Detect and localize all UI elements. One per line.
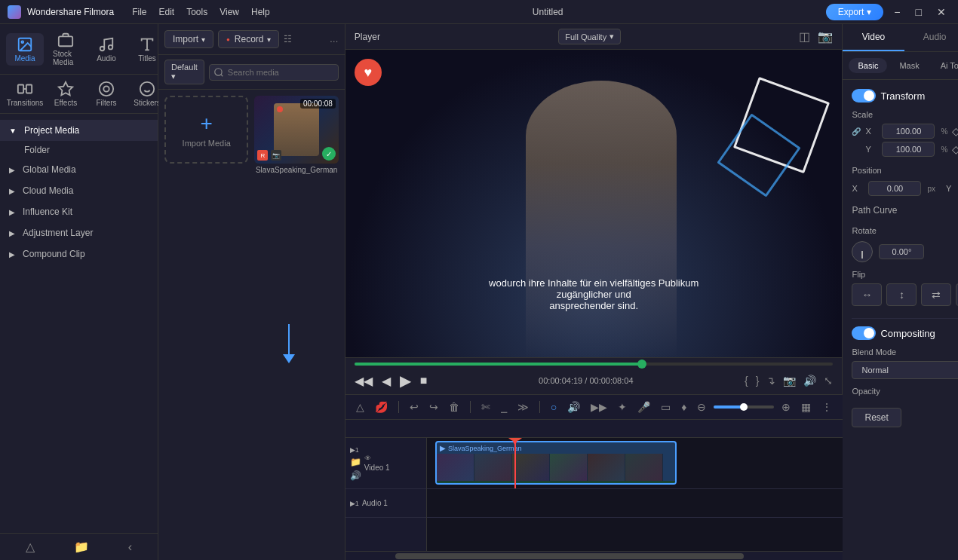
- rotate-input[interactable]: [879, 244, 924, 259]
- menu-help[interactable]: Help: [251, 7, 270, 17]
- tl-plus[interactable]: ⊕: [778, 399, 794, 415]
- compositing-section: Compositing ◇ Blend Mode Normal Opacity: [852, 326, 958, 396]
- play-button[interactable]: ▶: [400, 372, 411, 390]
- volume-icon[interactable]: 🔊: [803, 375, 816, 387]
- tl-zoom-bar[interactable]: [714, 405, 774, 409]
- subtab-basic[interactable]: Basic: [849, 58, 887, 73]
- nav-cloud-media[interactable]: ▶ Cloud Media: [0, 180, 158, 201]
- tl-delete[interactable]: 🗑: [446, 399, 462, 415]
- import-button[interactable]: Import ▾: [164, 30, 213, 48]
- tl-speed[interactable]: ▶▶: [588, 399, 610, 415]
- progress-thumb[interactable]: [637, 360, 646, 369]
- flip-v-button[interactable]: ↕: [886, 283, 917, 306]
- menu-tools[interactable]: Tools: [186, 7, 207, 17]
- transform-toggle[interactable]: [852, 89, 876, 103]
- toolbar-filters[interactable]: Filters: [88, 78, 125, 110]
- tl-undo[interactable]: ↩: [407, 399, 422, 415]
- tl-more-tools[interactable]: ≫: [514, 399, 532, 415]
- scale-y-input[interactable]: [882, 142, 935, 157]
- tl-split-audio[interactable]: 🔊: [564, 399, 583, 415]
- export-button[interactable]: Export ▾: [826, 4, 884, 20]
- nav-project-media[interactable]: ▼ Project Media: [0, 120, 158, 141]
- in-point-icon[interactable]: {: [745, 375, 748, 387]
- progress-bar[interactable]: [355, 363, 834, 366]
- track-folder-icon[interactable]: 📁: [350, 457, 361, 467]
- minimize-button[interactable]: −: [889, 6, 904, 18]
- left-bottom-folder[interactable]: 📁: [74, 540, 89, 554]
- tl-add-track[interactable]: △: [353, 399, 367, 415]
- tl-grid[interactable]: ▦: [798, 399, 814, 415]
- record-button[interactable]: ● Record ▾: [218, 30, 279, 48]
- flip-h-button[interactable]: ↔: [852, 283, 882, 306]
- tab-video[interactable]: Video: [843, 24, 904, 51]
- reset-button[interactable]: Reset: [852, 408, 901, 427]
- layout-icon[interactable]: ◫: [799, 29, 810, 44]
- tl-add-audio[interactable]: 💋: [372, 399, 391, 415]
- tl-magnet[interactable]: ○: [548, 399, 560, 415]
- out-point-icon[interactable]: }: [756, 375, 760, 387]
- flip-h2-button[interactable]: ⇄: [921, 283, 951, 306]
- tl-cut[interactable]: ✄: [478, 399, 493, 415]
- add-to-timeline-icon[interactable]: ↴: [766, 375, 775, 387]
- scale-x-keyframe[interactable]: ◇: [952, 125, 958, 137]
- rotate-dial[interactable]: [852, 241, 873, 262]
- media-sort-icon[interactable]: ☷: [284, 34, 292, 44]
- media-default-select[interactable]: Default ▾: [164, 60, 204, 84]
- snapshot-icon[interactable]: 📷: [783, 375, 796, 387]
- nav-folder[interactable]: Folder: [0, 141, 158, 159]
- video-clip[interactable]: ▶ SlavaSpeaking_German: [435, 441, 677, 485]
- import-media-cell[interactable]: + Import Media: [164, 96, 248, 164]
- blend-mode-select[interactable]: Normal: [852, 361, 958, 379]
- tl-zoom: [714, 405, 774, 409]
- nav-compound-clip[interactable]: ▶ Compound Clip: [0, 243, 158, 265]
- close-button[interactable]: ✕: [932, 6, 950, 18]
- toolbar-transitions[interactable]: Transitions: [6, 78, 44, 110]
- titlebar-left: Wondershare Filmora File Edit Tools View…: [8, 5, 270, 19]
- nav-influence-kit[interactable]: ▶ Influence Kit: [0, 201, 158, 222]
- position-x-input[interactable]: [868, 181, 921, 196]
- nav-global-media[interactable]: ▶ Global Media: [0, 159, 158, 180]
- tl-ripple[interactable]: ⎯: [498, 399, 510, 415]
- section-divider-1: [852, 318, 958, 319]
- path-curve-row: Path Curve: [852, 203, 958, 217]
- tl-transition[interactable]: ✦: [615, 399, 630, 415]
- fullscreen-icon[interactable]: ⤡: [824, 375, 833, 387]
- left-bottom-add-track[interactable]: △: [26, 540, 35, 554]
- timeline: △ 💋 ↩ ↪ 🗑 ✄ ⎯ ≫ ○ 🔊 ▶▶ ✦ 🎤 ▭ ♦ ⊖: [345, 394, 843, 560]
- menu-edit[interactable]: Edit: [159, 7, 175, 17]
- left-collapse[interactable]: ‹: [128, 540, 132, 554]
- app-logo: [8, 5, 21, 19]
- tl-minus[interactable]: ⊖: [694, 399, 709, 415]
- menu-file[interactable]: File: [132, 7, 146, 17]
- skip-back-button[interactable]: ◀◀: [355, 374, 373, 388]
- compositing-toggle[interactable]: [852, 326, 876, 340]
- media-panel: Import ▾ ● Record ▾ ☷ … Default ▾ + Im: [158, 24, 345, 560]
- scale-y-keyframe[interactable]: ◇: [952, 143, 958, 155]
- timeline-scroll-thumb[interactable]: [395, 553, 744, 559]
- screenshot-icon[interactable]: 📷: [818, 29, 833, 44]
- track-volume-icon[interactable]: 🔊: [350, 470, 361, 481]
- tl-subtitle[interactable]: ▭: [658, 399, 674, 415]
- tl-keyframe[interactable]: ♦: [678, 399, 689, 415]
- frame-back-button[interactable]: ◀: [382, 374, 391, 388]
- tl-redo[interactable]: ↪: [426, 399, 441, 415]
- search-input[interactable]: [209, 64, 339, 81]
- nav-adjustment-layer[interactable]: ▶ Adjustment Layer: [0, 222, 158, 243]
- tl-voice[interactable]: 🎤: [634, 399, 653, 415]
- tab-audio[interactable]: Audio: [904, 24, 958, 51]
- toolbar-stock[interactable]: Stock Media: [47, 29, 84, 69]
- toolbar-audio[interactable]: Audio: [88, 33, 125, 66]
- scale-x-input[interactable]: [882, 124, 935, 139]
- media-thumbnail[interactable]: 00:00:08 R 📷 ✓: [254, 96, 338, 164]
- tl-settings[interactable]: ⋮: [818, 399, 835, 415]
- toolbar-media[interactable]: Media: [6, 33, 44, 66]
- media-more-icon[interactable]: …: [330, 34, 339, 44]
- heart-badge: ♥: [355, 59, 382, 86]
- subtab-ai-tools[interactable]: Ai Tools: [932, 58, 958, 73]
- toolbar-effects[interactable]: Effects: [47, 78, 84, 110]
- maximize-button[interactable]: □: [911, 6, 926, 18]
- quality-selector[interactable]: Full Quality ▾: [558, 29, 621, 44]
- subtab-mask[interactable]: Mask: [890, 58, 928, 73]
- stop-button[interactable]: ■: [420, 374, 428, 387]
- menu-view[interactable]: View: [220, 7, 239, 17]
